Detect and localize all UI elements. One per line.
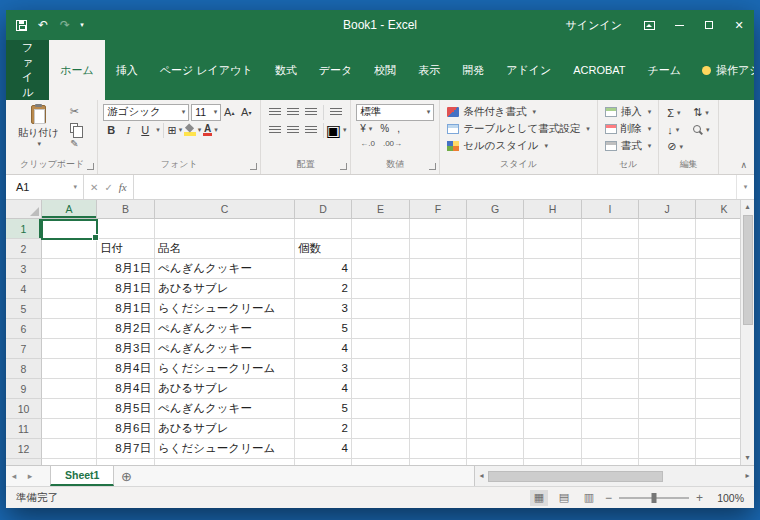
cell-I5[interactable]	[582, 299, 639, 319]
zoom-slider[interactable]	[619, 497, 689, 499]
cell-F13[interactable]	[410, 459, 467, 465]
align-left-button[interactable]	[266, 122, 284, 138]
cell-K12[interactable]	[696, 439, 740, 459]
cut-button[interactable]: ✂	[64, 104, 84, 119]
cell-C4[interactable]: あひるサブレ	[155, 279, 295, 299]
format-painter-button[interactable]: ✎	[64, 136, 84, 151]
cell-F6[interactable]	[410, 319, 467, 339]
select-all-button[interactable]	[6, 200, 42, 218]
cell-A8[interactable]	[42, 359, 97, 379]
format-as-table-button[interactable]: テーブルとして書式設定 ▾	[445, 120, 592, 137]
cell-E2[interactable]	[352, 239, 410, 259]
row-header-4[interactable]: 4	[6, 279, 42, 299]
align-bottom-button[interactable]	[302, 104, 320, 120]
cell-D9[interactable]: 4	[295, 379, 352, 399]
cell-K2[interactable]	[696, 239, 740, 259]
cell-D2[interactable]: 個数	[295, 239, 352, 259]
cell-G1[interactable]	[467, 219, 524, 239]
cell-B13[interactable]	[97, 459, 155, 465]
fill-color-button[interactable]: ▾	[184, 122, 202, 138]
row-header-10[interactable]: 10	[6, 399, 42, 419]
cell-H13[interactable]	[524, 459, 582, 465]
cell-H9[interactable]	[524, 379, 582, 399]
cell-E12[interactable]	[352, 439, 410, 459]
number-format-select[interactable]: 標準▾	[356, 104, 434, 121]
cell-I9[interactable]	[582, 379, 639, 399]
accounting-format-button[interactable]: ¥▾	[356, 122, 376, 136]
cell-A1[interactable]	[42, 219, 97, 239]
cell-I3[interactable]	[582, 259, 639, 279]
cell-I4[interactable]	[582, 279, 639, 299]
column-header-G[interactable]: G	[467, 200, 524, 218]
column-header-B[interactable]: B	[97, 200, 155, 218]
cell-B9[interactable]: 8月4日	[97, 379, 155, 399]
cell-E8[interactable]	[352, 359, 410, 379]
underline-button[interactable]: U	[137, 122, 153, 138]
cell-C6[interactable]: ぺんぎんクッキー	[155, 319, 295, 339]
bold-button[interactable]: B	[103, 122, 119, 138]
font-color-button[interactable]: A▾	[202, 122, 218, 138]
cell-B5[interactable]: 8月1日	[97, 299, 155, 319]
normal-view-button[interactable]: ▦	[530, 490, 548, 506]
comma-style-button[interactable]: ,	[393, 122, 404, 136]
column-header-A[interactable]: A	[42, 200, 97, 218]
column-header-F[interactable]: F	[410, 200, 467, 218]
tab-page-layout[interactable]: ページ レイアウト	[149, 40, 264, 100]
cell-J9[interactable]	[639, 379, 696, 399]
cell-D4[interactable]: 2	[295, 279, 352, 299]
cell-J4[interactable]	[639, 279, 696, 299]
cell-D10[interactable]: 5	[295, 399, 352, 419]
borders-button[interactable]: ⊞▾	[167, 122, 183, 138]
cell-C8[interactable]: らくだシュークリーム	[155, 359, 295, 379]
tell-me-button[interactable]: 操作アシスト	[692, 40, 754, 100]
sheet-nav-right-icon[interactable]: ▸	[22, 466, 38, 486]
cell-A2[interactable]	[42, 239, 97, 259]
redo-button[interactable]: ↷	[54, 14, 76, 36]
cell-C3[interactable]: ぺんぎんクッキー	[155, 259, 295, 279]
increase-decimal-button[interactable]: ←.0	[356, 137, 379, 151]
new-sheet-button[interactable]: ⊕	[114, 466, 138, 486]
cell-H11[interactable]	[524, 419, 582, 439]
cell-I11[interactable]	[582, 419, 639, 439]
cell-D1[interactable]	[295, 219, 352, 239]
cell-I7[interactable]	[582, 339, 639, 359]
row-header-7[interactable]: 7	[6, 339, 42, 359]
cell-G12[interactable]	[467, 439, 524, 459]
zoom-out-button[interactable]: −	[605, 491, 612, 505]
cell-J12[interactable]	[639, 439, 696, 459]
row-header-2[interactable]: 2	[6, 239, 42, 259]
cell-G7[interactable]	[467, 339, 524, 359]
cell-I10[interactable]	[582, 399, 639, 419]
cell-E3[interactable]	[352, 259, 410, 279]
cell-H7[interactable]	[524, 339, 582, 359]
zoom-slider-thumb[interactable]	[651, 493, 656, 503]
vertical-scrollbar[interactable]: ▴ ▾	[740, 200, 754, 465]
cell-J6[interactable]	[639, 319, 696, 339]
cell-J5[interactable]	[639, 299, 696, 319]
scroll-right-icon[interactable]: ▸	[741, 469, 754, 483]
align-top-button[interactable]	[266, 104, 284, 120]
zoom-in-button[interactable]: +	[696, 491, 703, 505]
enter-formula-button[interactable]: ✓	[104, 182, 112, 193]
sheet-nav-left-icon[interactable]: ◂	[6, 466, 22, 486]
merge-center-button[interactable]: ▣▾	[327, 122, 345, 138]
cell-C7[interactable]: ぺんぎんクッキー	[155, 339, 295, 359]
cell-A4[interactable]	[42, 279, 97, 299]
cell-D3[interactable]: 4	[295, 259, 352, 279]
cell-C9[interactable]: あひるサブレ	[155, 379, 295, 399]
cell-E7[interactable]	[352, 339, 410, 359]
decrease-font-button[interactable]: A▾	[238, 104, 254, 120]
cell-E1[interactable]	[352, 219, 410, 239]
cell-F5[interactable]	[410, 299, 467, 319]
column-header-D[interactable]: D	[295, 200, 352, 218]
cell-F12[interactable]	[410, 439, 467, 459]
tab-home[interactable]: ホーム	[49, 40, 105, 100]
row-header-3[interactable]: 3	[6, 259, 42, 279]
font-dialog-launcher[interactable]	[250, 163, 257, 170]
name-box[interactable]: A1 ▾	[6, 175, 84, 199]
align-center-button[interactable]	[284, 122, 302, 138]
row-header-1[interactable]: 1	[6, 219, 42, 239]
cell-C11[interactable]: あひるサブレ	[155, 419, 295, 439]
cell-B10[interactable]: 8月5日	[97, 399, 155, 419]
page-break-view-button[interactable]: ▥	[580, 490, 598, 506]
